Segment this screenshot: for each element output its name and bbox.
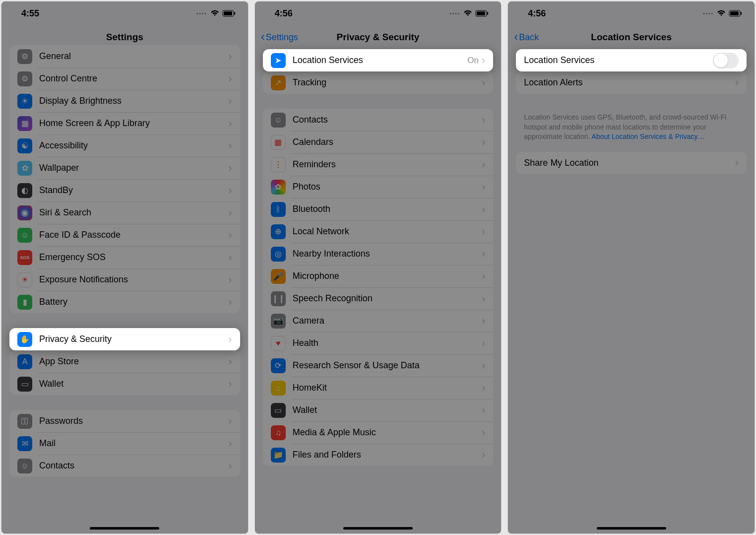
chevron-right-icon: › <box>482 316 485 327</box>
page-title: Location Services <box>508 32 755 43</box>
settings-row[interactable]: ✉Mail› <box>9 432 240 455</box>
settings-row[interactable]: ✿Wallpaper› <box>9 157 240 179</box>
svg-rect-5 <box>487 12 488 15</box>
phone-screen: 4:55••••Settings⚙General›⚙Control Centre… <box>1 1 249 534</box>
status-time: 4:55 <box>21 8 39 19</box>
toggle-switch[interactable] <box>713 53 739 68</box>
settings-row[interactable]: Share My Location› <box>516 152 747 174</box>
settings-row[interactable]: ☺Contacts› <box>9 455 240 477</box>
health-icon: ♥ <box>271 336 286 351</box>
settings-row[interactable]: ◉Siri & Search› <box>9 201 240 224</box>
settings-row[interactable]: ☺Contacts› <box>263 109 494 131</box>
settings-row[interactable]: ↗Tracking› <box>263 71 494 94</box>
row-label: StandBy <box>39 185 228 196</box>
row-label: Research Sensor & Usage Data <box>293 360 482 371</box>
settings-row[interactable]: ☯Accessibility› <box>9 134 240 157</box>
row-label: Home Screen & App Library <box>39 118 228 129</box>
settings-row[interactable]: ▭Wallet› <box>263 399 494 421</box>
settings-row[interactable]: ◎Nearby Interactions› <box>263 243 494 265</box>
settings-row[interactable]: AApp Store› <box>9 350 240 373</box>
settings-group: ↗Tracking› <box>263 71 494 94</box>
cellular-icon: •••• <box>703 11 714 16</box>
row-label: Wallet <box>39 379 228 389</box>
settings-row[interactable]: Location Services <box>516 49 747 71</box>
row-label: Camera <box>293 316 482 326</box>
settings-row[interactable]: ᛒBluetooth› <box>263 198 494 220</box>
battery-icon <box>222 10 236 17</box>
calendar-icon: ▦ <box>271 135 286 150</box>
settings-row[interactable]: ⊕Local Network› <box>263 220 494 243</box>
settings-row[interactable]: ♥Health› <box>263 332 494 354</box>
row-label: Siri & Search <box>39 207 228 218</box>
settings-row[interactable]: ⟳Research Sensor & Usage Data› <box>263 354 494 377</box>
back-label: Settings <box>266 32 298 43</box>
settings-row[interactable]: ⋮Reminders› <box>263 153 494 176</box>
status-bar: 4:56•••• <box>508 1 755 25</box>
footer-link[interactable]: About Location Services & Privacy… <box>592 133 705 140</box>
chevron-right-icon: › <box>482 338 485 349</box>
chevron-right-icon: › <box>228 334 232 345</box>
chevron-right-icon: › <box>482 137 485 148</box>
row-label: Share My Location <box>524 158 735 168</box>
chevron-right-icon: › <box>228 438 232 449</box>
wifi-icon <box>717 10 726 17</box>
settings-row[interactable]: SOSEmergency SOS› <box>9 246 240 268</box>
row-label: Photos <box>293 182 482 192</box>
settings-row[interactable]: ⚙General› <box>9 45 240 67</box>
battery-icon <box>475 10 489 17</box>
row-label: HomeKit <box>293 383 482 393</box>
settings-row[interactable]: ◐StandBy› <box>9 179 240 201</box>
row-label: Tracking <box>293 77 482 88</box>
contacts-icon: ☺ <box>17 459 32 473</box>
chevron-right-icon: › <box>482 383 485 394</box>
row-label: Display & Brightness <box>39 96 228 106</box>
settings-row[interactable]: ✋Privacy & Security› <box>9 328 240 350</box>
settings-row[interactable]: 📁Files and Folders› <box>263 444 494 466</box>
settings-row[interactable]: ▦Calendars› <box>263 131 494 153</box>
chevron-right-icon: › <box>228 185 232 196</box>
settings-row[interactable]: ➤Location ServicesOn› <box>263 49 494 71</box>
row-label: Control Centre <box>39 73 228 84</box>
back-button[interactable]: ‹Settings <box>261 32 298 43</box>
settings-row[interactable]: ⌂HomeKit› <box>263 377 494 399</box>
svg-rect-2 <box>234 12 235 15</box>
settings-row[interactable]: Location Alerts› <box>516 71 747 94</box>
chevron-right-icon: › <box>482 204 485 215</box>
exposure-icon: ☀ <box>17 272 32 287</box>
settings-row[interactable]: 📷Camera› <box>263 310 494 332</box>
chevron-right-icon: › <box>482 249 485 260</box>
sliders-icon: ⚙ <box>17 71 32 86</box>
settings-group: ☺Contacts›▦Calendars›⋮Reminders›✿Photos›… <box>263 109 494 466</box>
settings-row[interactable]: ▭Wallet› <box>9 373 240 395</box>
settings-row[interactable]: ❙❙Speech Recognition› <box>263 287 494 310</box>
gear-icon: ⚙ <box>17 49 32 64</box>
reminders-icon: ⋮ <box>271 157 286 172</box>
chevron-right-icon: › <box>228 416 232 427</box>
content-area: Location ServicesLocation Alerts›Locatio… <box>508 49 755 174</box>
settings-row[interactable]: ▮Battery› <box>9 291 240 313</box>
music-icon: ♫ <box>271 425 286 440</box>
settings-row[interactable]: ⚿Passwords› <box>9 410 240 432</box>
row-label: Wallpaper <box>39 163 228 173</box>
brightness-icon: ☀ <box>17 94 32 109</box>
chevron-right-icon: › <box>228 356 232 367</box>
row-label: App Store <box>39 356 228 367</box>
settings-row[interactable]: ☀Exposure Notifications› <box>9 268 240 291</box>
back-label: Back <box>519 32 539 43</box>
settings-group: AApp Store›▭Wallet› <box>9 350 240 395</box>
hand-icon: ✋ <box>17 332 32 347</box>
chevron-right-icon: › <box>228 461 232 471</box>
wifi-icon <box>210 10 219 17</box>
settings-row[interactable]: ☺Face ID & Passcode› <box>9 224 240 246</box>
settings-row[interactable]: 🎤Microphone› <box>263 265 494 287</box>
settings-row[interactable]: ✿Photos› <box>263 176 494 198</box>
back-button[interactable]: ‹Back <box>514 32 539 43</box>
settings-row[interactable]: ♫Media & Apple Music› <box>263 421 494 444</box>
settings-row[interactable]: ▦Home Screen & App Library› <box>9 112 240 134</box>
row-value: On <box>467 56 479 66</box>
row-label: General <box>39 51 228 62</box>
chevron-right-icon: › <box>482 405 485 416</box>
speech-icon: ❙❙ <box>271 291 286 306</box>
settings-row[interactable]: ⚙Control Centre› <box>9 67 240 90</box>
settings-row[interactable]: ☀Display & Brightness› <box>9 90 240 112</box>
